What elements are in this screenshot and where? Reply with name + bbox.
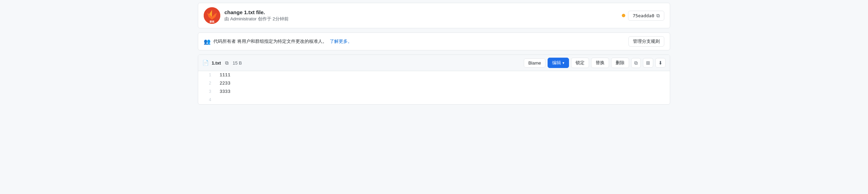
edit-dropdown-icon: ▾ (562, 61, 565, 65)
line-number: 3 (198, 88, 215, 96)
file-header-left: 📄 1.txt ⧉ 15 B (202, 59, 242, 67)
codeowners-left: 👥 代码所有者 将用户和群组指定为特定文件更改的核准人。 了解更多。 (204, 38, 352, 45)
line-number: 1 (198, 71, 215, 79)
download-button[interactable]: ⬇ (655, 58, 666, 68)
avatar: 极狐 (204, 7, 220, 24)
codeowners-icon: 👥 (204, 38, 211, 45)
copy-file-path-button[interactable]: ⧉ (224, 59, 230, 67)
lock-button[interactable]: 锁定 (571, 58, 589, 68)
table-row: 33333 (198, 88, 670, 96)
line-code: 3333 (215, 88, 670, 96)
table-row: 4 (198, 96, 670, 104)
commit-card: 极狐 change 1.txt file. 由 Administrator 创作… (198, 3, 670, 28)
codeowners-banner: 👥 代码所有者 将用户和群组指定为特定文件更改的核准人。 了解更多。 管理分支规… (198, 32, 670, 50)
commit-author: Administrator (230, 16, 257, 21)
file-type-icon: 📄 (202, 60, 209, 66)
commit-meta: 由 Administrator 创作于 2分钟前 (224, 16, 289, 22)
blame-button[interactable]: Blame (524, 58, 546, 68)
line-number: 4 (198, 96, 215, 104)
code-content: 1111122233333334 (198, 71, 670, 104)
commit-hash-label: 75eadda0 (633, 13, 654, 18)
commit-title: change 1.txt file. (224, 9, 289, 15)
svg-text:极狐: 极狐 (209, 20, 215, 23)
copy-raw-button[interactable]: ⧉ (631, 58, 641, 68)
commit-left: 极狐 change 1.txt file. 由 Administrator 创作… (204, 7, 289, 24)
edit-label: 编辑 (552, 60, 561, 66)
author-prefix: 由 (224, 16, 229, 21)
codeowners-text: 代码所有者 将用户和群组指定为特定文件更改的核准人。 (213, 38, 327, 45)
file-header: 📄 1.txt ⧉ 15 B Blame 编辑 ▾ 锁定 替换 删除 ⧉ ⊞ ⬇ (198, 55, 670, 71)
pipeline-status-dot (622, 14, 625, 17)
commit-right: 75eadda0 ⧉ (622, 11, 664, 21)
line-code: 2233 (215, 79, 670, 88)
line-code: 1111 (215, 71, 670, 79)
replace-button[interactable]: 替换 (591, 58, 609, 68)
commit-time: 2分钟前 (272, 16, 288, 21)
file-name: 1.txt (212, 60, 221, 66)
file-card: 📄 1.txt ⧉ 15 B Blame 编辑 ▾ 锁定 替换 删除 ⧉ ⊞ ⬇ (198, 55, 670, 105)
file-header-right: Blame 编辑 ▾ 锁定 替换 删除 ⧉ ⊞ ⬇ (524, 58, 666, 68)
raw-button[interactable]: ⊞ (643, 58, 653, 68)
commit-hash-button[interactable]: 75eadda0 ⧉ (628, 11, 664, 21)
time-prefix: 创作于 (258, 16, 271, 21)
edit-button[interactable]: 编辑 ▾ (548, 58, 569, 68)
codeowners-learn-more-link[interactable]: 了解更多。 (330, 38, 352, 45)
gitlab-logo-icon: 极狐 (204, 7, 220, 24)
file-size: 15 B (233, 60, 242, 66)
manage-branch-rules-button[interactable]: 管理分支规则 (628, 36, 664, 47)
copy-hash-icon: ⧉ (656, 13, 660, 19)
table-row: 11111 (198, 71, 670, 79)
table-row: 22233 (198, 79, 670, 88)
line-number: 2 (198, 79, 215, 88)
delete-button[interactable]: 删除 (611, 58, 629, 68)
line-code (215, 96, 670, 104)
commit-info: change 1.txt file. 由 Administrator 创作于 2… (224, 9, 289, 22)
